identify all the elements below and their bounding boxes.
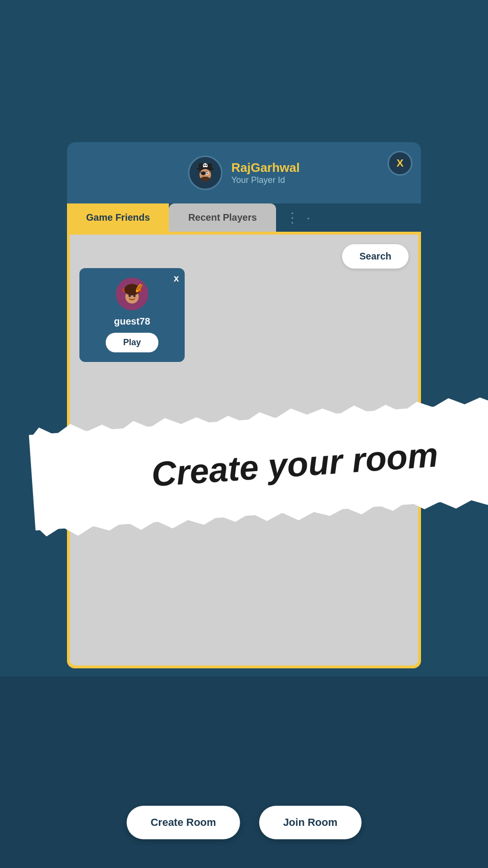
player-id-label: Your Player Id (231, 175, 299, 185)
content-area: Search x (70, 235, 418, 665)
card-username: guest78 (114, 316, 150, 327)
tabs-spacer: ⋮ · (276, 203, 421, 232)
card-close-button[interactable]: x (174, 273, 179, 284)
create-room-button[interactable]: Create Room (127, 806, 240, 839)
content-wrapper: Search x (67, 232, 421, 668)
svg-point-4 (204, 165, 205, 166)
svg-point-13 (200, 177, 210, 181)
play-button[interactable]: Play (106, 333, 158, 352)
search-button[interactable]: Search (342, 244, 409, 269)
player-info: RajGarhwal Your Player Id (231, 160, 299, 185)
tabs-row: Game Friends Recent Players ⋮ · (67, 203, 421, 232)
close-icon: X (397, 157, 404, 169)
header-panel: RajGarhwal Your Player Id X (67, 142, 421, 203)
svg-rect-6 (204, 167, 207, 168)
tab-game-friends[interactable]: Game Friends (67, 203, 169, 232)
torn-paper-overlay: Create your room (29, 398, 488, 530)
svg-point-19 (133, 295, 136, 297)
avatar (188, 156, 222, 190)
close-button[interactable]: X (388, 151, 412, 176)
join-room-button[interactable]: Join Room (259, 806, 362, 839)
torn-paper-text: Create your room (150, 435, 439, 494)
svg-point-12 (207, 173, 208, 174)
bottom-buttons: Create Room Join Room (127, 806, 362, 839)
card-avatar (116, 278, 148, 310)
svg-point-5 (206, 165, 207, 166)
player-card: x (79, 268, 185, 362)
svg-point-18 (129, 295, 131, 297)
player-name: RajGarhwal (231, 160, 299, 175)
dots-decoration: ⋮ · (286, 210, 312, 225)
tab-recent-players[interactable]: Recent Players (169, 203, 276, 232)
svg-point-8 (201, 171, 206, 175)
